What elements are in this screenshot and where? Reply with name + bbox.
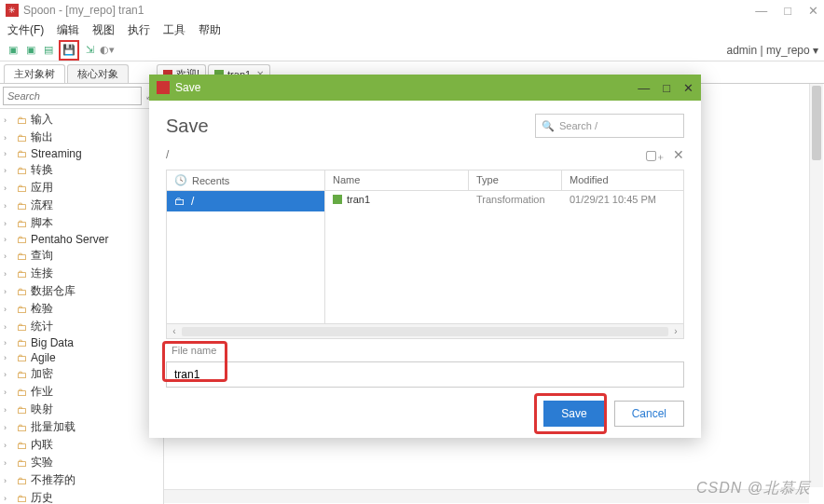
tree-item-label: 查询 <box>31 248 53 264</box>
window-maximize-button[interactable]: □ <box>784 4 791 18</box>
chevron-right-icon: › <box>4 441 13 450</box>
dialog-search-input[interactable]: 🔍 Search / <box>535 114 684 138</box>
sidebar: ⤢ ⤡ ›🗀输入›🗀输出›🗀Streaming›🗀转换›🗀应用›🗀流程›🗀脚本›… <box>0 84 164 504</box>
chevron-right-icon: › <box>4 235 13 244</box>
horizontal-scrollbar[interactable] <box>164 489 809 503</box>
toolbar-new-icon[interactable]: ▣ <box>6 43 21 58</box>
clear-icon[interactable]: ✕ <box>673 147 684 162</box>
chevron-right-icon: › <box>4 252 13 261</box>
tree-item-13[interactable]: ›🗀Big Data <box>0 335 163 350</box>
filename-label: File name <box>172 345 216 356</box>
menubar: 文件(F) 编辑 视图 执行 工具 帮助 <box>0 20 824 39</box>
folder-icon: 🗀 <box>17 321 27 333</box>
tree-item-11[interactable]: ›🗀检验 <box>0 300 163 318</box>
folder-icon: 🗀 <box>17 457 27 469</box>
tree-item-17[interactable]: ›🗀映射 <box>0 401 163 418</box>
folder-icon: 🗀 <box>17 234 27 245</box>
menu-tools[interactable]: 工具 <box>163 22 185 38</box>
file-row[interactable]: tran1 Transformation 01/29/21 10:45 PM <box>325 191 683 208</box>
tree-item-21[interactable]: ›🗀不推荐的 <box>0 471 163 489</box>
file-browser: 🕓 Recents Name Type Modified 🗀 / <box>166 170 684 339</box>
tree-item-20[interactable]: ›🗀实验 <box>0 454 163 471</box>
tab-main-tree[interactable]: 主对象树 <box>4 64 65 83</box>
toolbar-saveas-icon[interactable]: ⇲ <box>82 43 97 58</box>
file-name: tran1 <box>347 194 370 205</box>
tree-item-0[interactable]: ›🗀输入 <box>0 111 163 129</box>
toolbar-save-icon[interactable]: 💾 <box>62 43 76 58</box>
file-list-scrollbar[interactable]: ‹ › <box>167 323 683 338</box>
dialog-maximize-button[interactable]: □ <box>663 81 670 95</box>
menu-view[interactable]: 视图 <box>92 22 115 38</box>
tree-item-2[interactable]: ›🗀Streaming <box>0 146 163 161</box>
column-type[interactable]: Type <box>469 170 562 190</box>
tree-item-15[interactable]: ›🗀加密 <box>0 365 163 383</box>
dialog-heading: Save <box>166 116 535 137</box>
menu-help[interactable]: 帮助 <box>199 22 221 38</box>
recents-header[interactable]: 🕓 Recents <box>167 170 325 190</box>
folder-icon: 🗀 <box>17 337 27 348</box>
scroll-right-icon[interactable]: › <box>668 326 683 336</box>
tree-item-10[interactable]: ›🗀数据仓库 <box>0 282 163 300</box>
tree-item-8[interactable]: ›🗀查询 <box>0 247 163 265</box>
tree-item-12[interactable]: ›🗀统计 <box>0 318 163 335</box>
tree-item-9[interactable]: ›🗀连接 <box>0 265 163 282</box>
dialog-minimize-button[interactable]: — <box>638 81 650 95</box>
menu-edit[interactable]: 编辑 <box>57 22 79 38</box>
cancel-button[interactable]: Cancel <box>614 401 684 427</box>
save-button[interactable]: Save <box>543 401 604 427</box>
breadcrumb[interactable]: / <box>166 148 636 161</box>
scroll-left-icon[interactable]: ‹ <box>167 326 182 336</box>
menu-file[interactable]: 文件(F) <box>7 22 44 38</box>
tree-item-label: Pentaho Server <box>31 233 108 246</box>
chevron-right-icon: › <box>4 388 13 397</box>
tree-item-label: 实验 <box>31 455 53 470</box>
tree-item-3[interactable]: ›🗀转换 <box>0 161 163 179</box>
toolbar-open-icon[interactable]: ▣ <box>23 43 38 58</box>
window-titlebar: ✳ Spoon - [my_repo] tran1 — □ ✕ <box>0 0 824 20</box>
toolbar-more-icon[interactable]: ◐▾ <box>100 43 115 58</box>
toolbar-explore-icon[interactable]: ▤ <box>41 43 56 58</box>
filename-input[interactable] <box>166 361 684 388</box>
tree-item-19[interactable]: ›🗀内联 <box>0 436 163 454</box>
column-modified[interactable]: Modified <box>562 170 683 190</box>
folder-icon: 🗀 <box>17 387 27 398</box>
folder-tree[interactable]: 🗀 / <box>167 191 325 323</box>
repo-indicator[interactable]: admin | my_repo ▾ <box>727 44 819 57</box>
tree-item-6[interactable]: ›🗀脚本 <box>0 214 163 232</box>
tree-item-label: 统计 <box>31 319 53 334</box>
app-icon: ✳ <box>6 4 19 17</box>
window-title: Spoon - [my_repo] tran1 <box>23 4 755 17</box>
tree-item-label: 应用 <box>31 180 53 196</box>
menu-run[interactable]: 执行 <box>128 22 150 38</box>
chevron-right-icon: › <box>4 116 13 125</box>
window-close-button[interactable]: ✕ <box>808 4 818 18</box>
file-list[interactable]: tran1 Transformation 01/29/21 10:45 PM <box>325 191 683 323</box>
chevron-right-icon: › <box>4 287 13 296</box>
column-name[interactable]: Name <box>325 170 469 190</box>
vertical-scrollbar[interactable] <box>809 84 823 487</box>
chevron-right-icon: › <box>4 149 13 158</box>
window-minimize-button[interactable]: — <box>755 4 767 18</box>
tree-item-4[interactable]: ›🗀应用 <box>0 179 163 197</box>
tree-item-18[interactable]: ›🗀批量加载 <box>0 418 163 436</box>
new-folder-icon[interactable]: ▢₊ <box>645 147 664 162</box>
folder-icon: 🗀 <box>17 440 27 451</box>
tree-item-22[interactable]: ›🗀历史 <box>0 489 163 504</box>
sidebar-search-input[interactable] <box>3 87 142 105</box>
tree-item-5[interactable]: ›🗀流程 <box>0 197 163 214</box>
tree-item-7[interactable]: ›🗀Pentaho Server <box>0 232 163 247</box>
chevron-right-icon: › <box>4 322 13 332</box>
tree-item-label: Agile <box>31 351 56 364</box>
tree-item-14[interactable]: ›🗀Agile <box>0 350 163 365</box>
folder-root[interactable]: 🗀 / <box>167 191 324 211</box>
file-type: Transformation <box>469 194 562 205</box>
tab-core-objects[interactable]: 核心对象 <box>67 64 129 83</box>
toolbar-save-highlight: 💾 <box>59 40 79 61</box>
tree-item-label: Streaming <box>31 147 82 160</box>
tree-item-16[interactable]: ›🗀作业 <box>0 383 163 401</box>
tree-item-label: 脚本 <box>31 215 53 231</box>
category-tree[interactable]: ›🗀输入›🗀输出›🗀Streaming›🗀转换›🗀应用›🗀流程›🗀脚本›🗀Pen… <box>0 109 163 504</box>
dialog-close-button[interactable]: ✕ <box>683 81 694 95</box>
tree-item-1[interactable]: ›🗀输出 <box>0 129 163 146</box>
chevron-right-icon: › <box>4 405 13 415</box>
